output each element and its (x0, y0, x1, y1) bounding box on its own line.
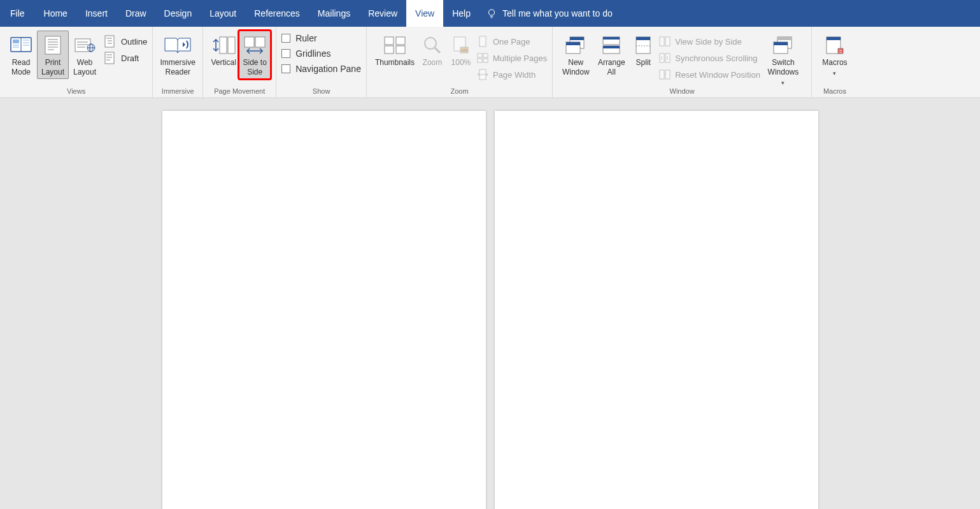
ruler-checkbox[interactable]: Ruler (281, 33, 361, 43)
group-zoom: Thumbnails Zoom 100 100% One Page (367, 27, 553, 97)
read-mode-icon (10, 32, 32, 58)
svg-rect-3 (13, 39, 19, 43)
immersive-reader-button[interactable]: Immersive Reader (158, 31, 197, 79)
group-show: Ruler Gridlines Navigation Pane Show (276, 27, 367, 97)
page-width-icon (476, 68, 489, 81)
new-window-icon (565, 32, 586, 58)
reset-window-position-label: Reset Window Position (675, 70, 760, 80)
gridlines-checkbox[interactable]: Gridlines (281, 48, 361, 59)
document-page-2[interactable] (495, 111, 818, 509)
macros-icon (824, 32, 846, 58)
vertical-icon (211, 32, 236, 58)
zoom-button: Zoom (418, 31, 447, 83)
ribbon: Read Mode Print Layout Web Layout Outlin… (0, 27, 980, 98)
arrange-all-button[interactable]: Arrange All (593, 31, 629, 83)
tab-references[interactable]: References (245, 0, 309, 27)
new-window-button[interactable]: New Window (558, 31, 593, 83)
thumbnails-label: Thumbnails (375, 58, 415, 68)
one-page-label: One Page (493, 37, 530, 47)
macros-label: Macros (822, 58, 847, 68)
tell-me-search[interactable]: Tell me what you want to do (486, 8, 613, 19)
immersive-reader-label: Immersive Reader (159, 58, 197, 77)
outline-icon (104, 35, 117, 48)
tab-layout[interactable]: Layout (201, 0, 245, 27)
svg-rect-46 (483, 54, 488, 57)
group-immersive-label: Immersive (158, 87, 197, 97)
outline-button[interactable]: Outline (104, 33, 147, 50)
group-window: New Window Arrange All Split View Side b… (553, 27, 812, 97)
navigation-pane-checkbox[interactable]: Navigation Pane (281, 64, 361, 74)
chevron-down-icon: ▾ (761, 78, 806, 88)
split-button[interactable]: Split (629, 31, 657, 83)
tab-view[interactable]: View (406, 0, 443, 27)
group-page-movement-label: Page Movement (208, 87, 271, 97)
read-mode-button[interactable]: Read Mode (5, 31, 37, 79)
svg-rect-53 (566, 42, 580, 45)
group-views: Read Mode Print Layout Web Layout Outlin… (0, 27, 153, 97)
document-page-1[interactable] (162, 111, 486, 509)
draft-icon (104, 52, 117, 64)
svg-rect-9 (45, 36, 60, 54)
view-side-by-side-label: View Side by Side (675, 37, 742, 47)
tab-file[interactable]: File (0, 0, 35, 27)
svg-rect-57 (603, 46, 620, 48)
svg-rect-55 (603, 37, 620, 39)
tab-draw[interactable]: Draw (117, 0, 155, 27)
tell-me-placeholder: Tell me what you want to do (502, 8, 613, 18)
svg-rect-62 (665, 37, 670, 46)
vertical-label: Vertical (211, 58, 236, 68)
svg-rect-33 (245, 37, 254, 47)
page-width-button: Page Width (476, 66, 547, 83)
side-to-side-button[interactable]: Side to Side (239, 31, 271, 79)
web-layout-label: Web Layout (69, 58, 100, 77)
svg-text:100: 100 (461, 48, 468, 52)
draft-button[interactable]: Draft (104, 50, 147, 66)
svg-rect-47 (478, 59, 482, 62)
zoom-100-label: 100% (451, 58, 471, 68)
svg-rect-70 (774, 42, 788, 45)
svg-rect-32 (228, 37, 235, 54)
svg-rect-44 (479, 36, 486, 47)
svg-rect-31 (220, 37, 227, 54)
new-window-label: New Window (558, 58, 593, 77)
tab-help[interactable]: Help (443, 0, 479, 27)
macros-button[interactable]: Macros▾ (817, 31, 853, 79)
arrange-all-label: Arrange All (594, 58, 628, 77)
svg-rect-51 (570, 37, 584, 40)
tab-insert[interactable]: Insert (76, 0, 117, 27)
zoom-icon (423, 32, 442, 58)
svg-rect-22 (105, 36, 114, 47)
multiple-pages-label: Multiple Pages (493, 54, 547, 63)
svg-rect-35 (385, 37, 394, 45)
svg-rect-61 (660, 37, 664, 46)
svg-point-0 (489, 10, 495, 15)
side-to-side-label: Side to Side (239, 58, 270, 77)
thumbnails-button[interactable]: Thumbnails (372, 31, 418, 83)
svg-rect-38 (396, 46, 405, 54)
switch-windows-label: Switch Windows (761, 58, 806, 77)
multiple-pages-button: Multiple Pages (476, 50, 547, 66)
group-window-label: Window (558, 87, 806, 97)
group-show-label: Show (281, 87, 361, 97)
tab-mailings[interactable]: Mailings (309, 0, 359, 27)
checkbox-icon (281, 49, 290, 58)
checkbox-icon (281, 64, 290, 73)
checkbox-icon (281, 34, 290, 43)
print-layout-label: Print Layout (38, 58, 68, 77)
document-workspace[interactable] (0, 98, 980, 509)
read-mode-label: Read Mode (6, 58, 36, 77)
print-layout-icon (44, 32, 62, 58)
tab-review[interactable]: Review (359, 0, 406, 27)
gridlines-label: Gridlines (295, 48, 330, 59)
split-icon (634, 32, 653, 58)
svg-rect-26 (105, 52, 114, 64)
vertical-button[interactable]: Vertical (208, 31, 239, 79)
tab-home[interactable]: Home (35, 0, 76, 27)
synchronous-scrolling-label: Synchronous Scrolling (675, 54, 757, 63)
web-layout-button[interactable]: Web Layout (69, 31, 101, 79)
group-views-label: Views (5, 87, 147, 97)
switch-windows-button[interactable]: Switch Windows▾ (760, 31, 806, 83)
print-layout-button[interactable]: Print Layout (37, 31, 69, 79)
svg-rect-34 (255, 37, 265, 47)
tab-design[interactable]: Design (155, 0, 201, 27)
